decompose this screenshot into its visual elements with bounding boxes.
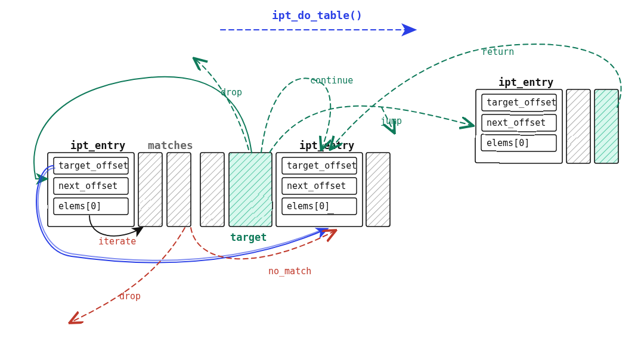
entry-middle-target-offset: target_offset (287, 160, 357, 171)
entry-left-title: ipt_entry (70, 139, 125, 151)
svg-rect-16 (366, 153, 390, 227)
entry-right-title: ipt_entry (499, 76, 553, 88)
entry-left-next-offset: next_offset (58, 181, 117, 191)
no-match-label: no_match (268, 266, 311, 277)
svg-rect-10 (200, 153, 224, 227)
return-label: return (482, 46, 514, 57)
drop-label-red: drop (119, 291, 141, 302)
svg-rect-9 (167, 153, 191, 227)
entry-right-next-offset: next_offset (487, 117, 546, 128)
target-block (229, 153, 272, 227)
drop-label-green: drop (221, 87, 242, 98)
entry-left-target-offset: target_offset (58, 160, 128, 171)
svg-rect-21 (566, 89, 590, 163)
svg-rect-8 (138, 153, 162, 227)
continue-label: continue (310, 75, 353, 86)
drop-overshoot-arrow (196, 60, 249, 150)
entry-right-elems: elems[0] (487, 138, 530, 148)
entry-left-elems: elems[0] (58, 201, 101, 212)
matches-group (138, 153, 224, 227)
target-label: target (230, 231, 267, 243)
entry-middle-title: ipt_entry (299, 139, 354, 151)
jump-label: jump (380, 116, 402, 126)
entry-middle-next-offset: next_offset (287, 181, 346, 191)
entry-middle-elems: elems[0] (287, 201, 330, 212)
iterate-label: iterate (98, 236, 136, 247)
entry-right-target-offset: target_offset (487, 97, 556, 108)
diagram-title: ipt_do_table() (272, 9, 363, 21)
matches-label: matches (148, 139, 193, 151)
svg-rect-22 (595, 89, 618, 163)
svg-rect-11 (229, 153, 272, 227)
